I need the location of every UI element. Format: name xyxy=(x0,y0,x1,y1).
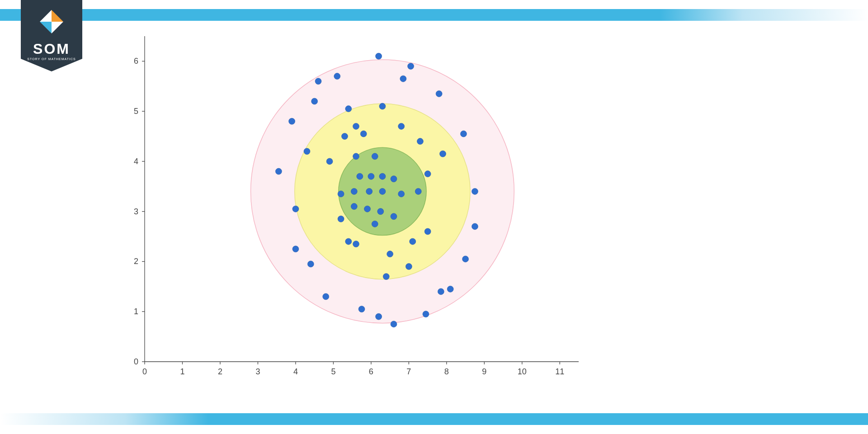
data-point xyxy=(326,158,333,165)
brand-logo-text: SOM STORY OF MATHEMATICS xyxy=(21,42,82,61)
data-point xyxy=(360,131,367,137)
brand-logo-badge: SOM STORY OF MATHEMATICS xyxy=(21,0,82,72)
data-point xyxy=(323,293,329,300)
data-point xyxy=(398,191,405,197)
x-tick-label: 4 xyxy=(293,367,298,376)
footer-accent-bar xyxy=(0,413,868,425)
data-point xyxy=(351,188,357,194)
data-point xyxy=(304,148,310,155)
header-accent-fade xyxy=(660,9,868,21)
y-tick-label: 6 xyxy=(134,57,138,66)
footer-accent-solid xyxy=(208,413,868,425)
x-tick-label: 10 xyxy=(518,367,527,376)
data-point xyxy=(398,123,405,129)
x-tick-label: 0 xyxy=(142,367,147,376)
data-point xyxy=(408,63,414,69)
data-point xyxy=(359,306,365,312)
x-tick-label: 2 xyxy=(218,367,222,376)
y-tick-label: 1 xyxy=(134,307,138,316)
data-point xyxy=(425,171,431,177)
data-point xyxy=(351,203,357,210)
data-point xyxy=(406,264,412,270)
brand-tagline: STORY OF MATHEMATICS xyxy=(21,57,82,61)
data-point xyxy=(460,131,467,137)
data-point xyxy=(364,206,371,212)
data-point xyxy=(289,118,295,124)
data-point xyxy=(377,208,384,215)
data-point xyxy=(338,191,344,197)
data-point xyxy=(307,261,314,267)
data-point xyxy=(438,288,444,295)
x-tick-label: 7 xyxy=(406,367,411,376)
data-point xyxy=(376,53,382,59)
data-point xyxy=(368,173,374,179)
data-point xyxy=(383,274,389,280)
brand-name: SOM xyxy=(21,42,82,56)
data-point xyxy=(400,75,406,82)
x-tick-label: 11 xyxy=(555,367,564,376)
chart-canvas: 012345678910110123456 xyxy=(118,32,597,384)
data-point xyxy=(311,98,318,104)
data-point xyxy=(447,286,453,292)
x-tick-label: 5 xyxy=(331,367,335,376)
y-tick-label: 4 xyxy=(134,157,138,166)
x-tick-label: 8 xyxy=(444,367,449,376)
data-point xyxy=(462,256,469,262)
scatter-chart: 012345678910110123456 xyxy=(118,32,597,384)
data-point xyxy=(366,188,373,194)
data-point xyxy=(379,188,386,194)
data-point xyxy=(379,103,386,109)
y-tick-label: 0 xyxy=(134,357,138,366)
y-tick-label: 2 xyxy=(134,257,138,266)
data-point xyxy=(275,168,282,175)
header-accent-solid xyxy=(0,9,660,21)
brand-badge-shape xyxy=(21,0,82,72)
data-point xyxy=(345,238,352,245)
x-tick-label: 1 xyxy=(180,367,184,376)
data-point xyxy=(391,321,397,327)
data-point xyxy=(292,206,299,212)
data-point xyxy=(391,213,397,220)
data-point xyxy=(376,313,382,320)
data-point xyxy=(410,238,416,245)
data-point xyxy=(436,90,442,97)
data-point xyxy=(425,228,431,235)
y-tick-label: 5 xyxy=(134,107,138,116)
data-point xyxy=(338,216,344,222)
data-point xyxy=(439,151,446,157)
x-tick-label: 9 xyxy=(482,367,486,376)
data-point xyxy=(353,153,359,160)
data-point xyxy=(341,133,348,140)
data-point xyxy=(472,188,478,194)
data-point xyxy=(372,153,378,160)
header-accent-bar xyxy=(0,9,868,21)
data-point xyxy=(472,223,478,230)
data-point xyxy=(315,78,321,85)
data-point xyxy=(379,173,386,179)
data-point xyxy=(345,106,352,112)
footer-accent-fade xyxy=(0,413,208,425)
data-point xyxy=(334,73,340,80)
data-point xyxy=(423,311,429,317)
y-tick-label: 3 xyxy=(134,207,138,216)
data-point xyxy=(353,241,359,247)
data-point xyxy=(391,176,397,182)
data-point xyxy=(353,123,359,129)
data-point xyxy=(357,173,363,179)
data-point xyxy=(387,251,393,257)
data-point xyxy=(292,246,299,252)
x-tick-label: 6 xyxy=(369,367,373,376)
data-point xyxy=(372,221,378,227)
x-tick-label: 3 xyxy=(255,367,260,376)
data-point xyxy=(417,138,423,145)
data-point xyxy=(415,188,421,194)
